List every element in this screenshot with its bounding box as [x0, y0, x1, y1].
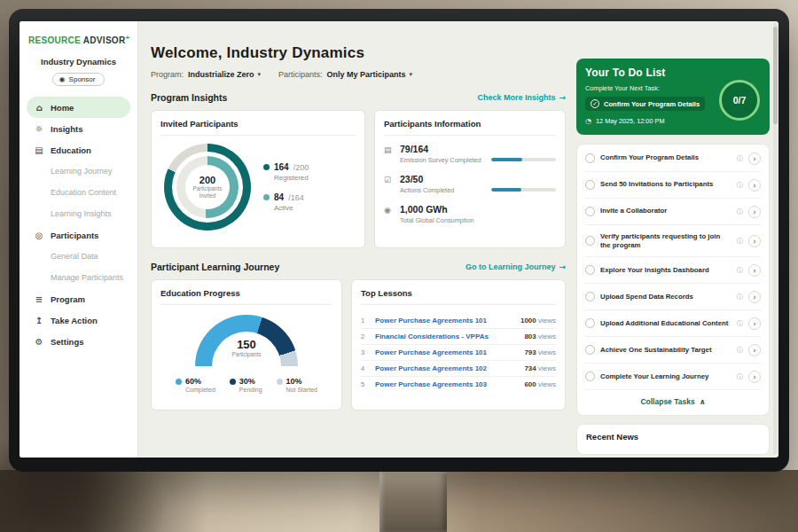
task-checkbox[interactable] [585, 207, 595, 216]
task-row-upload-educational-content[interactable]: Upload Additional Educational Content ⓘ … [585, 310, 761, 337]
program-select[interactable]: Industrialize Zero ▾ [188, 70, 261, 79]
progress-bar-fill [491, 188, 521, 192]
invited-participants-card: Invited Participants 200 Participants In… [151, 110, 365, 248]
task-checkbox[interactable] [585, 345, 595, 355]
info-icon: ⓘ [737, 319, 743, 328]
chevron-right-icon[interactable]: › [748, 264, 761, 277]
chevron-right-icon[interactable]: › [748, 153, 761, 165]
info-icon: ⓘ [737, 372, 743, 381]
monitor-stand [379, 472, 447, 532]
lesson-row: 2 Financial Considerations - VPPAs 803 v… [361, 329, 556, 345]
sidebar-item-take-action[interactable]: ↥ Take Action [27, 309, 130, 331]
sidebar-item-learning-insights[interactable]: Learning Insights [27, 203, 130, 224]
legend-item-registered: 164 /200 Registered [263, 162, 309, 182]
brand-secondary: ADVISOR [83, 35, 126, 45]
legend-label: Pending [239, 387, 262, 393]
sidebar-item-home[interactable]: ⌂ Home [27, 97, 130, 118]
task-checkbox[interactable] [585, 372, 595, 381]
lesson-rank: 1 [361, 317, 370, 325]
legend-value: 10% [286, 377, 302, 386]
participants-filter: Participants: Only My Participants ▾ [278, 70, 412, 79]
legend-label: Registered [274, 174, 309, 182]
lesson-link[interactable]: Power Purchase Agreements 102 [375, 364, 519, 372]
task-row-confirm-program[interactable]: Confirm Your Program Details ⓘ › [585, 145, 761, 172]
chevron-right-icon[interactable]: › [748, 317, 761, 330]
sidebar-item-education[interactable]: ▤ Education [27, 139, 130, 160]
info-icon: ⓘ [737, 154, 743, 163]
lesson-row: 1 Power Purchase Agreements 101 1000 vie… [361, 313, 556, 329]
task-row-send-invitations[interactable]: Send 50 Invitations to Participants ⓘ › [585, 172, 761, 199]
collapse-tasks-button[interactable]: Collapse Tasks ∧ [585, 390, 761, 414]
brand-plus: + [125, 34, 129, 42]
todo-next-task[interactable]: ✓ Confirm Your Program Details [585, 97, 705, 111]
lesson-link[interactable]: Financial Considerations - VPPAs [375, 332, 519, 340]
education-progress-card: Education Progress 150 Participants [151, 279, 342, 411]
task-checkbox[interactable] [585, 265, 595, 275]
progress-bar [491, 158, 556, 161]
lesson-link[interactable]: Power Purchase Agreements 103 [375, 380, 519, 388]
chevron-right-icon[interactable]: › [748, 235, 761, 247]
check-more-insights-link[interactable]: Check More Insights → [477, 93, 566, 102]
chevron-right-icon[interactable]: › [748, 371, 761, 383]
take-action-icon: ↥ [34, 316, 44, 325]
sponsor-icon: ◉ [59, 75, 66, 83]
task-row-invite-collaborator[interactable]: Invite a Collaborator ⓘ › [585, 199, 761, 225]
sidebar-item-settings[interactable]: ⚙ Settings [27, 331, 130, 352]
sponsor-badge-label: Sponsor [69, 75, 96, 83]
check-circle-icon: ✓ [591, 99, 599, 108]
sidebar-item-insights[interactable]: ☼ Insights [27, 118, 130, 139]
education-icon: ▤ [34, 145, 44, 155]
task-label: Upload Spend Data Records [600, 293, 732, 301]
legend-dot [176, 379, 182, 385]
scrollbar-thumb[interactable] [773, 27, 778, 124]
go-to-learning-journey-link[interactable]: Go to Learning Journey → [466, 262, 566, 271]
chevron-right-icon[interactable]: › [748, 344, 761, 356]
info-icon: ⓘ [737, 207, 743, 216]
lesson-link[interactable]: Power Purchase Agreements 101 [375, 317, 515, 325]
sidebar-item-general-data[interactable]: General Data [27, 246, 130, 267]
legend-dot [263, 164, 270, 170]
sidebar-item-manage-participants[interactable]: Manage Participants [27, 267, 130, 288]
sidebar-item-education-content[interactable]: Education Content [27, 182, 130, 203]
info-value: 1,000 GWh [400, 204, 485, 215]
legend-dot [263, 194, 270, 200]
sidebar-item-participants[interactable]: ◎ Participants [27, 224, 130, 246]
legend-dot [277, 379, 283, 385]
task-checkbox[interactable] [585, 153, 595, 163]
donut-center-value: 200 [200, 175, 215, 185]
info-row-consumption: ◉ 1,000 GWh Total Global Consumption [384, 204, 556, 224]
task-row-upload-spend-data[interactable]: Upload Spend Data Records ⓘ › [585, 284, 761, 310]
sidebar-item-program[interactable]: ≡ Program [27, 288, 130, 309]
monitor-frame: RESOURCE ADVISOR+ Industry Dynamics ◉ Sp… [9, 9, 789, 472]
lesson-views: 803 views [524, 332, 556, 340]
chevron-right-icon[interactable]: › [748, 179, 761, 192]
task-row-explore-insights[interactable]: Explore Your Insights Dashboard ⓘ › [585, 257, 761, 284]
participants-select[interactable]: Only My Participants ▾ [327, 70, 413, 79]
task-checkbox[interactable] [585, 180, 595, 190]
sidebar-item-learning-journey[interactable]: Learning Journey [27, 160, 130, 182]
invited-legend: 164 /200 Registered 84 /164 [263, 162, 309, 212]
sidebar-nav: ⌂ Home ☼ Insights ▤ Education Learning J… [27, 97, 130, 352]
info-value: 79/164 [400, 144, 485, 154]
legend-value: 164 [274, 162, 289, 172]
task-checkbox[interactable] [585, 292, 595, 301]
info-label: Actions Completed [400, 186, 485, 194]
chevron-right-icon[interactable]: › [748, 291, 761, 303]
participants-information-card: Participants Information ▤ 79/164 Emissi… [374, 110, 566, 248]
sidebar: RESOURCE ADVISOR+ Industry Dynamics ◉ Sp… [20, 21, 138, 458]
legend-label: Completed [185, 387, 215, 393]
brand-logo[interactable]: RESOURCE ADVISOR+ [27, 34, 130, 45]
sponsor-badge[interactable]: ◉ Sponsor [52, 73, 106, 86]
task-checkbox[interactable] [585, 236, 595, 246]
legend-value: 60% [185, 377, 201, 386]
invited-donut-area: 200 Participants Invited [160, 144, 356, 231]
task-row-complete-learning-journey[interactable]: Complete Your Learning Journey ⓘ › [585, 364, 761, 390]
sidebar-item-label: Settings [51, 337, 83, 347]
task-row-verify-participants[interactable]: Verify participants requesting to join t… [585, 225, 761, 257]
task-checkbox[interactable] [585, 318, 595, 328]
lesson-link[interactable]: Power Purchase Agreements 101 [375, 348, 519, 356]
chevron-right-icon[interactable]: › [748, 206, 761, 218]
task-row-achieve-sustainability-target[interactable]: Achieve One Sustainability Target ⓘ › [585, 337, 761, 364]
section-title: Participant Learning Journey [151, 262, 279, 272]
lesson-row: 4 Power Purchase Agreements 102 734 view… [361, 361, 556, 377]
